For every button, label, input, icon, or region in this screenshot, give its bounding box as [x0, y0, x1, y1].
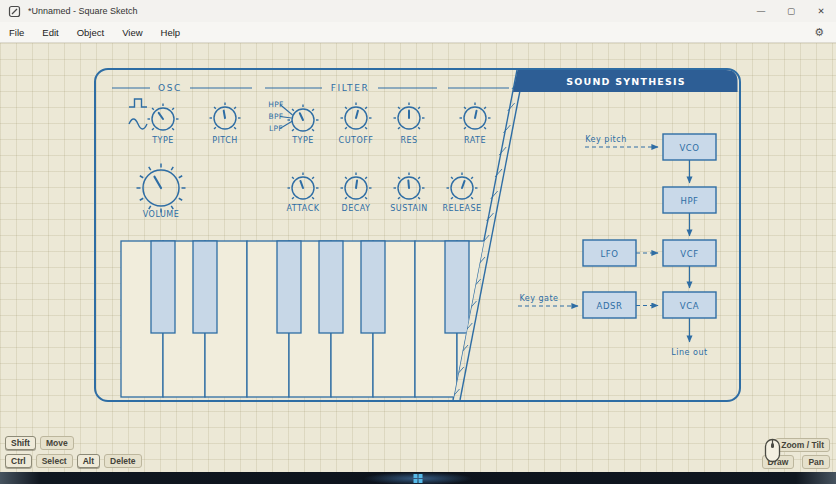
- key-gate-label: Key gate: [519, 294, 558, 303]
- block-vcf-label: VCF: [680, 249, 698, 259]
- filter-mode-hpf: HPF: [268, 100, 283, 109]
- menu-edit[interactable]: Edit: [33, 27, 67, 38]
- settings-gear-icon[interactable]: ⚙: [814, 27, 824, 38]
- knob-volume[interactable]: [137, 164, 186, 213]
- knob-res[interactable]: [394, 103, 425, 130]
- knob-rate[interactable]: [460, 103, 491, 130]
- panel-divider: [453, 70, 525, 400]
- line-out-label: Line out: [671, 348, 707, 357]
- black-key[interactable]: [445, 241, 469, 333]
- knob-rate-label: RATE: [464, 136, 486, 145]
- mouse-hints: Zoom / Tilt Draw Pan: [762, 438, 830, 469]
- windows-start-button[interactable]: [414, 474, 423, 483]
- diagram-header: SOUND SYNTHESIS: [513, 70, 738, 92]
- knob-attack[interactable]: [288, 173, 319, 200]
- key-pitch-label: Key pitch: [585, 135, 626, 144]
- close-button[interactable]: ✕: [806, 0, 836, 22]
- menu-object[interactable]: Object: [68, 27, 113, 38]
- hint-shift-key: Shift: [5, 436, 36, 450]
- drawing-canvas[interactable]: SOUND SYNTHESIS OSC FILTER HPF BPF LPF: [0, 43, 836, 472]
- knob-sustain[interactable]: [394, 173, 425, 200]
- square-wave-icon[interactable]: [129, 99, 147, 107]
- knob-cutoff-label: CUTOFF: [339, 136, 374, 145]
- sketch-canvas[interactable]: SOUND SYNTHESIS OSC FILTER HPF BPF LPF: [0, 43, 836, 472]
- sine-wave-icon[interactable]: [129, 119, 147, 129]
- knob-filter-type[interactable]: [288, 105, 319, 132]
- knob-decay-label: DECAY: [341, 204, 370, 213]
- knob-decay[interactable]: [341, 173, 372, 200]
- knob-cutoff[interactable]: [341, 103, 372, 130]
- knob-res-label: RES: [400, 136, 417, 145]
- window-controls: — ▢ ✕: [746, 0, 836, 22]
- menubar: File Edit Object View Help ⚙: [0, 22, 836, 43]
- knob-volume-label: VOLUME: [143, 210, 180, 219]
- hint-alt-key: Alt: [77, 454, 100, 468]
- taskbar: [0, 472, 836, 484]
- knob-osc-type[interactable]: [148, 104, 179, 131]
- menu-file[interactable]: File: [0, 27, 33, 38]
- black-key[interactable]: [151, 241, 175, 333]
- maximize-button[interactable]: ▢: [776, 0, 806, 22]
- block-hpf-label: HPF: [680, 196, 698, 206]
- app-icon: [8, 5, 21, 18]
- black-key[interactable]: [361, 241, 385, 333]
- hint-pan: Pan: [802, 455, 830, 469]
- hint-zoom-tilt: Zoom / Tilt: [775, 438, 830, 452]
- minimize-button[interactable]: —: [746, 0, 776, 22]
- modifier-hints: Shift Move Ctrl Select Alt Delete: [5, 436, 142, 468]
- window-title: *Unnamed - Square Sketch: [28, 6, 138, 16]
- knob-pitch-label: PITCH: [212, 136, 238, 145]
- hint-select-action: Select: [36, 454, 73, 468]
- knob-release[interactable]: [447, 173, 478, 200]
- block-vco-label: VCO: [679, 143, 699, 153]
- knob-sustain-label: SUSTAIN: [390, 204, 428, 213]
- diagram-title: SOUND SYNTHESIS: [566, 76, 686, 87]
- knob-pitch[interactable]: [210, 103, 241, 130]
- knob-osc-type-label: TYPE: [151, 136, 174, 145]
- knob-attack-label: ATTACK: [286, 204, 319, 213]
- menu-view[interactable]: View: [113, 27, 151, 38]
- black-key[interactable]: [319, 241, 343, 333]
- hint-move-action: Move: [40, 436, 74, 450]
- titlebar: *Unnamed - Square Sketch — ▢ ✕: [0, 0, 836, 22]
- block-lfo-label: LFO: [600, 249, 618, 259]
- menu-help[interactable]: Help: [152, 27, 190, 38]
- black-key[interactable]: [193, 241, 217, 333]
- hint-delete-action: Delete: [104, 454, 142, 468]
- piano-keyboard[interactable]: [121, 241, 499, 397]
- osc-section-title: OSC: [158, 83, 182, 93]
- block-vca-label: VCA: [680, 301, 699, 311]
- signal-flow-diagram: VCO HPF LFO VCF ADSR VCA Key pitch Key g…: [518, 134, 716, 357]
- block-adsr-label: ADSR: [596, 301, 622, 311]
- app-window: *Unnamed - Square Sketch — ▢ ✕ File Edit…: [0, 0, 836, 484]
- filter-section-title: FILTER: [331, 83, 370, 93]
- black-key[interactable]: [277, 241, 301, 333]
- hint-ctrl-key: Ctrl: [5, 454, 32, 468]
- knob-release-label: RELEASE: [442, 204, 481, 213]
- knob-filter-type-label: TYPE: [291, 136, 314, 145]
